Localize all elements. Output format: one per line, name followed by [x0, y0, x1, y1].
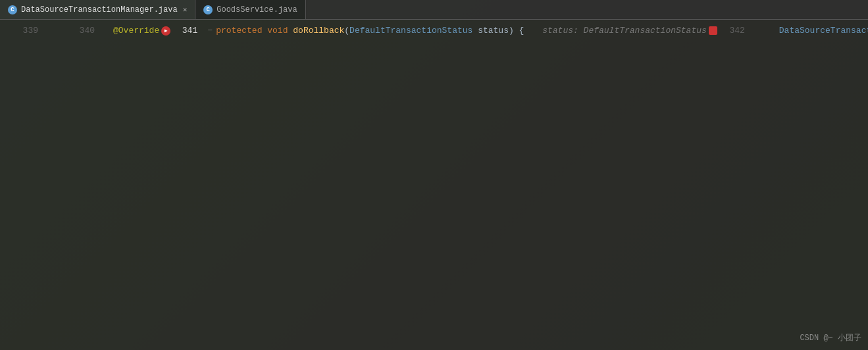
watermark: CSDN @~ 小团子	[800, 332, 861, 343]
code-line-342: 342 DataSourceTransactionObject txObject…	[707, 20, 868, 41]
tab-icon-1: C	[8, 5, 17, 14]
linenum-341: 341	[172, 20, 204, 41]
tab-datasource[interactable]: C DataSourceTransactionManager.java ✕	[0, 0, 195, 19]
code-text-341: protected void doRollback(DefaultTransac…	[216, 20, 707, 41]
code-line-340: 340 @Override	[57, 20, 159, 41]
tab-goodsservice[interactable]: C GoodsService.java	[195, 0, 305, 19]
linenum-340: 340	[70, 20, 101, 41]
code-line-341: ▶ 341 ─ protected void doRollback(Defaul…	[159, 20, 707, 41]
code-area: 339 340 @Override ▶ 341 ─ protected void…	[0, 20, 868, 350]
code-line-339: 339	[0, 20, 57, 41]
breakpoint-arrow-341: ▶	[161, 26, 170, 36]
gutter-342	[707, 26, 720, 35]
tab-icon-2: C	[203, 5, 213, 14]
tab-close-1[interactable]: ✕	[183, 5, 188, 14]
code-text-342: DataSourceTransactionObject txObject = (…	[763, 20, 868, 41]
fold-341[interactable]: ─	[204, 27, 216, 34]
code-text-340: @Override	[113, 20, 159, 41]
gutter-341: ▶	[159, 26, 172, 36]
tab-bar: C DataSourceTransactionManager.java ✕ C …	[0, 0, 868, 20]
tab-label-1: DataSourceTransactionManager.java	[21, 5, 178, 14]
linenum-342: 342	[720, 20, 752, 41]
tab-label-2: GoodsService.java	[217, 5, 297, 14]
linenum-339: 339	[13, 20, 45, 41]
breakpoint-342	[709, 26, 717, 35]
annotation-override: @Override	[113, 26, 159, 36]
